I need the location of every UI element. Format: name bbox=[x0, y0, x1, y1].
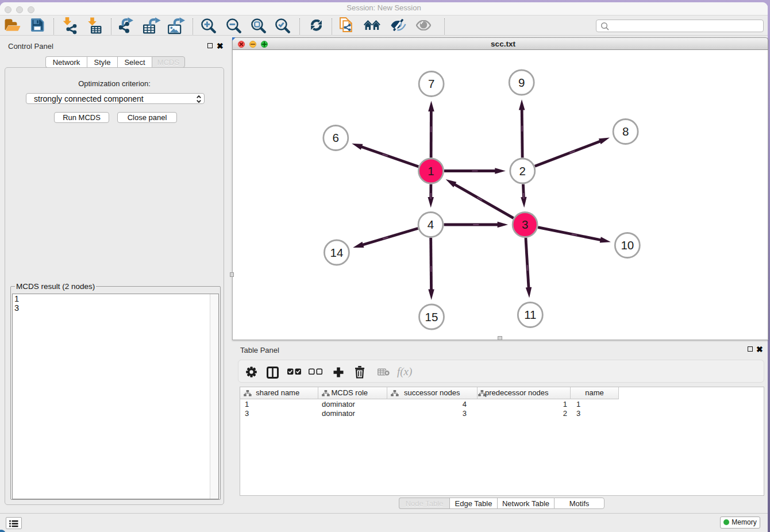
svg-text:7: 7 bbox=[428, 77, 434, 90]
svg-text:2: 2 bbox=[519, 164, 526, 178]
svg-text:14: 14 bbox=[330, 246, 343, 259]
svg-text:15: 15 bbox=[425, 310, 438, 323]
svg-text:9: 9 bbox=[518, 76, 525, 89]
svg-text:10: 10 bbox=[621, 238, 634, 252]
svg-text:8: 8 bbox=[622, 125, 629, 138]
svg-text:4: 4 bbox=[428, 218, 434, 231]
svg-text:6: 6 bbox=[333, 131, 339, 144]
svg-text:11: 11 bbox=[524, 308, 536, 321]
svg-text:1: 1 bbox=[428, 164, 434, 178]
svg-text:3: 3 bbox=[522, 218, 528, 231]
